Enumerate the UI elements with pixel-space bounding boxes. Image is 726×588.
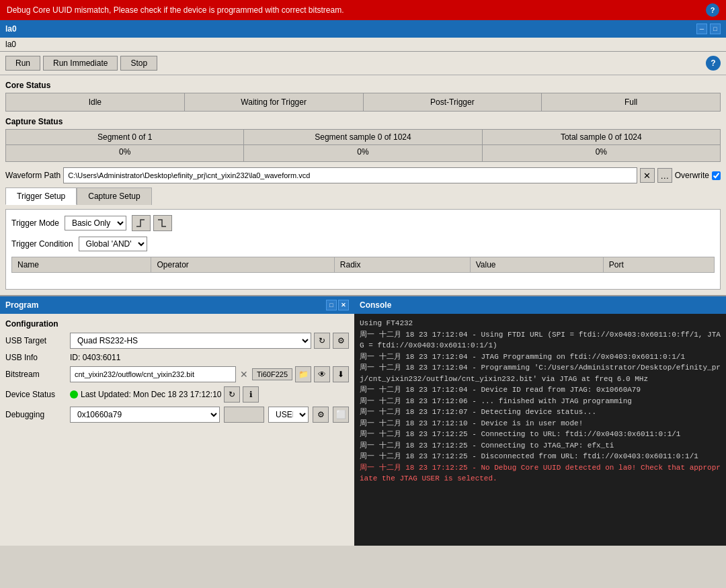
bitstream-clear-icon[interactable]: ✕: [239, 369, 249, 380]
console-line: 周一 十二月 18 23 17:12:04 - JTAG Programming…: [360, 351, 721, 363]
minimize-icon[interactable]: ─: [696, 24, 707, 34]
tab-capture-setup[interactable]: Capture Setup: [77, 187, 151, 205]
console-title-label: Console: [360, 300, 391, 310]
error-help-icon[interactable]: ?: [706, 3, 719, 17]
core-status-post-trigger: Post-Trigger: [364, 93, 542, 111]
chip-badge: Ti60F225: [252, 368, 292, 380]
usb-info-row: USB Info ID: 0403:6011: [5, 353, 349, 362]
waveform-clear-icon[interactable]: ✕: [640, 168, 655, 183]
usb-target-select[interactable]: Quad RS232-HS: [70, 333, 311, 349]
tab-bar: Trigger Setup Capture Setup: [5, 187, 721, 205]
console-line: Using FT4232: [360, 318, 721, 329]
waveform-browse-icon[interactable]: …: [657, 168, 672, 183]
user-select[interactable]: USER1 USER2: [268, 407, 309, 423]
bitstream-view-icon[interactable]: 👁: [314, 366, 330, 382]
console-body[interactable]: Using FT4232周一 十二月 18 23 17:12:04 - Usin…: [354, 314, 726, 546]
error-message: Debug Core UUID mismatch, Please check i…: [7, 5, 344, 15]
run-button[interactable]: Run: [5, 56, 40, 71]
help-button[interactable]: ?: [706, 56, 721, 71]
debugging-content: 0x10660a79 USER1 USER2 ⚙ ⬜: [70, 407, 349, 423]
trigger-btns: [132, 215, 172, 231]
console-line: 周一 十二月 18 23 17:12:04 - Programming 'C:/…: [360, 362, 721, 384]
device-status-info-icon[interactable]: ℹ: [243, 386, 259, 403]
program-panel-close-icon[interactable]: ✕: [338, 300, 349, 310]
bitstream-program-icon[interactable]: ⬇: [333, 366, 349, 382]
program-body: Configuration USB Target Quad RS232-HS ↻…: [0, 314, 354, 546]
debugging-settings-icon[interactable]: ⚙: [313, 407, 329, 423]
console-line: 周一 十二月 18 23 17:12:25 - No Debug Core UU…: [360, 462, 721, 485]
toolbar: Run Run Immediate Stop ?: [0, 52, 726, 75]
console-panel: Console Using FT4232周一 十二月 18 23 17:12:0…: [354, 296, 726, 546]
console-line: 周一 十二月 18 23 17:12:25 - Disconnected fro…: [360, 451, 721, 462]
core-status-idle: Idle: [6, 93, 185, 111]
overwrite-checkbox[interactable]: [712, 171, 721, 180]
program-panel-restore-icon[interactable]: □: [326, 300, 337, 310]
usb-target-content: Quad RS232-HS ↻ ⚙: [70, 333, 349, 349]
overwrite-row: Overwrite: [675, 171, 721, 180]
stop-button[interactable]: Stop: [120, 56, 157, 71]
title-icons: ─ □: [696, 24, 721, 34]
bottom-section: Program □ ✕ Configuration USB Target Qua…: [0, 295, 726, 546]
capture-col-1: Segment sample 0 of 1024 0%: [244, 130, 482, 161]
trigger-col-port: Port: [603, 257, 714, 273]
program-title-label: Program: [5, 300, 38, 310]
waveform-path-row: Waveform Path ✕ … Overwrite: [5, 167, 721, 183]
console-panel-title: Console: [354, 296, 726, 314]
device-status-refresh-icon[interactable]: ↻: [224, 386, 240, 403]
sub-title: la0: [0, 38, 726, 52]
trigger-col-value: Value: [470, 257, 603, 273]
console-line: 周一 十二月 18 23 17:12:25 - Connecting to UR…: [360, 429, 721, 440]
maximize-icon[interactable]: □: [710, 24, 721, 34]
trigger-falling-icon[interactable]: [153, 215, 172, 231]
trigger-mode-select[interactable]: Basic Only Advanced: [65, 216, 126, 230]
debugging-input[interactable]: [224, 407, 264, 423]
program-panel: Program □ ✕ Configuration USB Target Qua…: [0, 296, 354, 546]
debugging-row: Debugging 0x10660a79 USER1 USER2 ⚙ ⬜: [5, 407, 349, 423]
tab-trigger-setup[interactable]: Trigger Setup: [5, 187, 77, 205]
run-immediate-button[interactable]: Run Immediate: [43, 56, 118, 71]
usb-target-settings-icon[interactable]: ⚙: [333, 333, 349, 349]
trigger-panel: Trigger Mode Basic Only Advanced Trigger…: [5, 209, 721, 290]
trigger-condition-row: Trigger Condition Global 'AND' Global 'O…: [11, 237, 715, 251]
debugging-connect-icon[interactable]: ⬜: [333, 407, 349, 423]
usb-info-content: ID: 0403:6011: [70, 353, 349, 362]
bitstream-row: Bitstream ✕ Ti60F225 📁 👁 ⬇: [5, 366, 349, 382]
device-status-label: Device Status: [5, 390, 66, 399]
device-status-content: Last Updated: Mon Dec 18 23 17:12:10 ↻ ℹ: [70, 386, 349, 403]
program-panel-icons: □ ✕: [326, 300, 349, 310]
trigger-col-operator: Operator: [151, 257, 334, 273]
usb-target-label: USB Target: [5, 336, 66, 345]
bitstream-input[interactable]: [70, 366, 236, 382]
trigger-condition-select[interactable]: Global 'AND' Global 'OR': [79, 237, 147, 251]
debugging-select[interactable]: 0x10660a79: [70, 407, 220, 423]
usb-target-row: USB Target Quad RS232-HS ↻ ⚙: [5, 333, 349, 349]
capture-status-label: Capture Status: [5, 117, 721, 126]
usb-info-label: USB Info: [5, 353, 66, 362]
console-line: 周一 十二月 18 23 17:12:25 - Connecting to JT…: [360, 440, 721, 452]
main-content: Core Status Idle Waiting for Trigger Pos…: [0, 75, 726, 295]
bitstream-content: ✕ Ti60F225 📁 👁 ⬇: [70, 366, 349, 382]
device-status-row: Device Status Last Updated: Mon Dec 18 2…: [5, 386, 349, 403]
capture-status-row: Segment 0 of 1 0% Segment sample 0 of 10…: [5, 129, 721, 162]
console-line: 周一 十二月 18 23 17:12:04 - Device ID read f…: [360, 384, 721, 396]
capture-col-2-header: Total sample 0 of 1024: [483, 130, 720, 145]
trigger-condition-label: Trigger Condition: [11, 239, 73, 249]
config-label: Configuration: [5, 319, 349, 329]
debugging-label: Debugging: [5, 410, 66, 419]
console-line: 周一 十二月 18 23 17:12:04 - Using FTDI URL (…: [360, 329, 721, 351]
trigger-rising-icon[interactable]: [132, 215, 151, 231]
usb-target-refresh-icon[interactable]: ↻: [314, 333, 330, 349]
core-status-label: Core Status: [5, 81, 721, 90]
trigger-table: Name Operator Radix Value Port: [11, 257, 715, 273]
waveform-path-input[interactable]: [63, 167, 637, 183]
window-title-bar: la0 ─ □: [0, 20, 726, 38]
bitstream-browse-icon[interactable]: 📁: [295, 366, 311, 382]
trigger-col-radix: Radix: [334, 257, 470, 273]
overwrite-label: Overwrite: [675, 171, 709, 180]
capture-status: Segment 0 of 1 0% Segment sample 0 of 10…: [5, 129, 721, 162]
capture-col-0: Segment 0 of 1 0%: [6, 130, 244, 161]
core-status-full: Full: [542, 93, 720, 111]
capture-col-1-value: 0%: [244, 145, 481, 161]
usb-info-value: ID: 0403:6011: [70, 353, 120, 362]
capture-col-2: Total sample 0 of 1024 0%: [483, 130, 720, 161]
